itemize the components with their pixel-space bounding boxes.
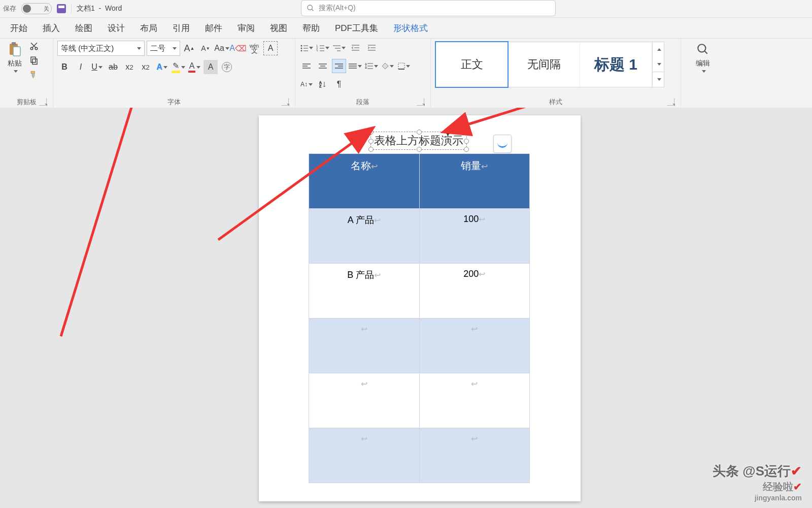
svg-point-13 [301,48,302,49]
character-border-button[interactable]: A [263,41,278,55]
table-header-cell[interactable]: 销量↩ [419,154,530,209]
superscript-button[interactable]: x2 [139,60,153,74]
strikethrough-button[interactable]: ab [106,60,120,74]
table-cell[interactable]: A 产品↩ [309,209,420,264]
tab-design[interactable]: 设计 [100,18,132,38]
dialog-launcher-icon[interactable] [39,98,47,106]
align-right-button[interactable] [332,59,346,73]
layout-options-button[interactable] [493,135,512,153]
cut-icon[interactable] [28,41,40,52]
ribbon-tabs: 开始 插入 绘图 设计 布局 引用 邮件 审阅 视图 帮助 PDF工具集 形状格… [0,18,812,39]
align-justify-button[interactable] [348,59,362,73]
table-cell[interactable]: ↩ [419,319,530,373]
search-box[interactable]: 搜索(Alt+Q) [301,0,556,16]
svg-point-6 [35,47,38,50]
style-heading1[interactable]: 标题 1 [580,42,652,87]
tab-pdf[interactable]: PDF工具集 [328,18,385,38]
resize-handle[interactable] [464,147,469,152]
tab-mailings[interactable]: 邮件 [198,18,229,38]
line-spacing-button[interactable] [364,59,379,73]
grow-font-button[interactable]: A▲ [182,41,196,55]
dialog-launcher-icon[interactable] [667,98,674,106]
editing-button[interactable]: 编辑 [692,41,714,74]
paste-icon [7,42,22,57]
text-direction-button[interactable]: A↕ [299,77,314,91]
styles-scroll[interactable] [652,42,664,87]
tab-draw[interactable]: 绘图 [68,18,99,38]
multilevel-button[interactable] [332,41,346,55]
tab-help[interactable]: 帮助 [295,18,327,38]
table-cell[interactable]: ↩ [309,373,420,428]
document-canvas[interactable]: 表格上方标题演示 ✥ 名称↩ 销量↩ A 产品↩ 100↩ B 产品↩ [0,108,812,508]
title-textbox[interactable]: 表格上方标题演示 [370,132,467,150]
tab-review[interactable]: 审阅 [230,18,262,38]
char-shading-button[interactable]: A [204,60,218,74]
styles-gallery[interactable]: 正文 无间隔 标题 1 [435,42,664,87]
save-icon[interactable] [57,4,66,13]
table-cell[interactable]: ↩ [419,428,530,483]
svg-rect-9 [32,59,37,65]
resize-handle[interactable] [368,130,374,135]
scroll-down-icon[interactable] [653,57,664,72]
copy-icon[interactable] [28,55,40,66]
table-cell[interactable]: ↩ [419,373,530,428]
shrink-font-button[interactable]: A▼ [198,41,213,55]
tab-shape-format[interactable]: 形状格式 [386,18,435,38]
table-cell[interactable]: 100↩ [419,209,530,264]
styles-more-icon[interactable] [653,72,664,87]
resize-handle[interactable] [464,139,469,144]
align-left-button[interactable] [299,59,314,73]
underline-button[interactable]: U [90,60,104,74]
clear-format-button[interactable]: A⌫ [231,41,245,55]
dialog-launcher-icon[interactable] [417,98,424,106]
italic-button[interactable]: I [74,60,88,74]
dialog-launcher-icon[interactable] [281,98,289,106]
font-family-combo[interactable]: 等线 (中文正文) [57,41,145,56]
paste-button[interactable]: 粘贴 [4,41,25,74]
table-cell[interactable]: B 产品↩ [309,264,420,319]
style-nospacing[interactable]: 无间隔 [508,42,580,87]
resize-handle[interactable] [368,139,374,144]
phonetic-guide-button[interactable]: wén文 [247,41,261,55]
borders-button[interactable] [397,59,411,73]
bold-button[interactable]: B [57,60,72,74]
bullets-button[interactable] [299,41,314,55]
tab-home[interactable]: 开始 [3,18,35,38]
resize-handle[interactable] [368,147,374,152]
text-effects-button[interactable]: A [155,60,169,74]
data-table[interactable]: 名称↩ 销量↩ A 产品↩ 100↩ B 产品↩ 200↩ ↩ ↩ ↩ ↩ ↩ … [309,153,530,483]
group-clipboard: 粘贴 剪贴板 [0,39,53,109]
highlight-button[interactable]: ✎ [171,60,185,74]
resize-handle[interactable] [417,147,422,152]
indent-increase-button[interactable] [364,41,379,55]
table-cell[interactable]: 200↩ [419,264,530,319]
sort-button[interactable]: AZ [316,77,330,91]
subscript-button[interactable]: x2 [122,60,137,74]
table-cell[interactable]: ↩ [309,319,420,373]
table-header-cell[interactable]: 名称↩ [309,154,420,209]
indent-decrease-button[interactable] [348,41,362,55]
tab-layout[interactable]: 布局 [133,18,164,38]
group-editing: 编辑 [681,39,725,109]
svg-point-5 [30,47,33,50]
scroll-up-icon[interactable] [653,42,664,57]
tab-insert[interactable]: 插入 [36,18,67,38]
align-center-button[interactable] [316,59,330,73]
font-color-button[interactable]: A [187,60,201,74]
page[interactable]: 表格上方标题演示 ✥ 名称↩ 销量↩ A 产品↩ 100↩ B 产品↩ [259,115,581,501]
chevron-down-icon [137,47,141,50]
shading-button[interactable] [381,59,395,73]
style-normal[interactable]: 正文 [435,41,509,88]
resize-handle[interactable] [417,130,422,135]
tab-references[interactable]: 引用 [165,18,197,38]
table-cell[interactable]: ↩ [309,428,420,483]
autosave-toggle[interactable]: 关 [21,3,52,14]
tab-view[interactable]: 视图 [263,18,294,38]
format-painter-icon[interactable] [28,69,40,80]
show-marks-button[interactable]: ¶ [332,77,346,91]
resize-handle[interactable] [464,130,469,135]
numbering-button[interactable]: 123 [316,41,330,55]
enclose-char-button[interactable]: 字 [220,60,234,74]
change-case-button[interactable]: Aa [215,41,229,55]
font-size-combo[interactable]: 二号 [147,41,180,56]
